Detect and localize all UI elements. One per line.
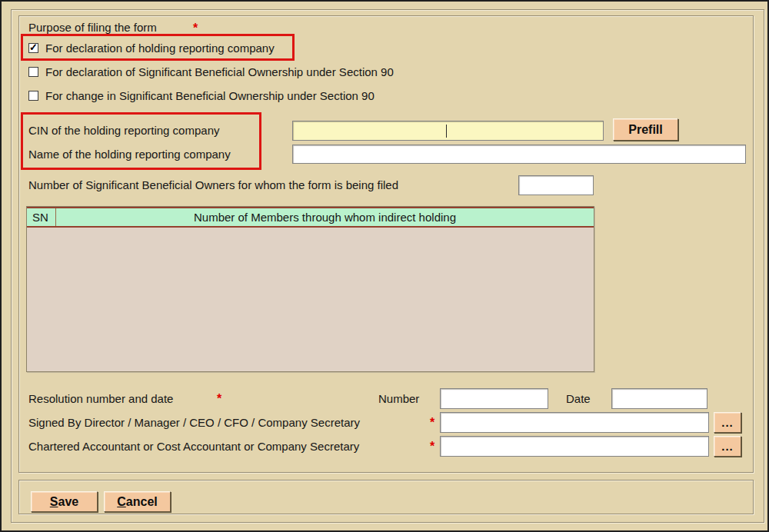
resolution-date-input[interactable] [611,388,707,409]
members-table: SN Number of Members through whom indire… [26,206,594,372]
resolution-date-label: Date [566,392,591,406]
cin-label: CIN of the holding reporting company [28,124,219,138]
text-caret [446,125,447,138]
checkbox-label: For change in Significant Beneficial Own… [45,89,375,102]
sbo-count-label: Number of Significant Beneficial Owners … [28,178,398,192]
checkbox-holding-reporting-company[interactable] [28,43,38,53]
cin-input[interactable] [292,121,604,141]
signed-by-required-marker: * [430,416,434,430]
certified-by-label: Chartered Accountant or Cost Accountant … [28,440,359,454]
checkbox-change-sbo-section90[interactable] [28,91,38,101]
purpose-option-row: For change in Significant Beneficial Own… [28,89,375,102]
members-table-header: SN Number of Members through whom indire… [27,207,594,228]
purpose-option-row: For declaration of holding reporting com… [28,42,275,55]
save-button[interactable]: Save [31,491,98,512]
signed-by-browse-button[interactable]: ... [714,412,741,433]
checkbox-label: For declaration of Significant Beneficia… [45,65,394,78]
members-table-body [27,228,594,371]
checkbox-label: For declaration of holding reporting com… [45,42,275,55]
checkbox-declaration-sbo-section90[interactable] [28,67,38,77]
certified-by-required-marker: * [430,440,434,454]
column-header-sn: SN [27,208,56,226]
signed-by-input[interactable] [440,412,709,433]
signed-by-label: Signed By Director / Manager / CEO / CFO… [28,416,360,430]
purpose-label: Purpose of filing the form [28,21,157,35]
purpose-option-row: For declaration of Significant Beneficia… [28,65,394,78]
resolution-number-label: Number [378,392,419,406]
resolution-number-input[interactable] [440,388,548,409]
form-window: Purpose of filing the form * For declara… [0,0,769,532]
cancel-button[interactable]: Cancel [104,491,171,512]
company-name-label: Name of the holding reporting company [28,148,231,161]
company-name-input[interactable] [292,145,746,164]
certified-by-browse-button[interactable]: ... [714,436,741,457]
resolution-label: Resolution number and date [28,392,173,406]
sbo-count-input[interactable] [518,175,594,195]
resolution-required-marker: * [217,392,221,406]
column-header-members: Number of Members through whom indirect … [56,208,594,226]
prefill-button[interactable]: Prefill [613,118,678,141]
certified-by-input[interactable] [440,436,709,457]
